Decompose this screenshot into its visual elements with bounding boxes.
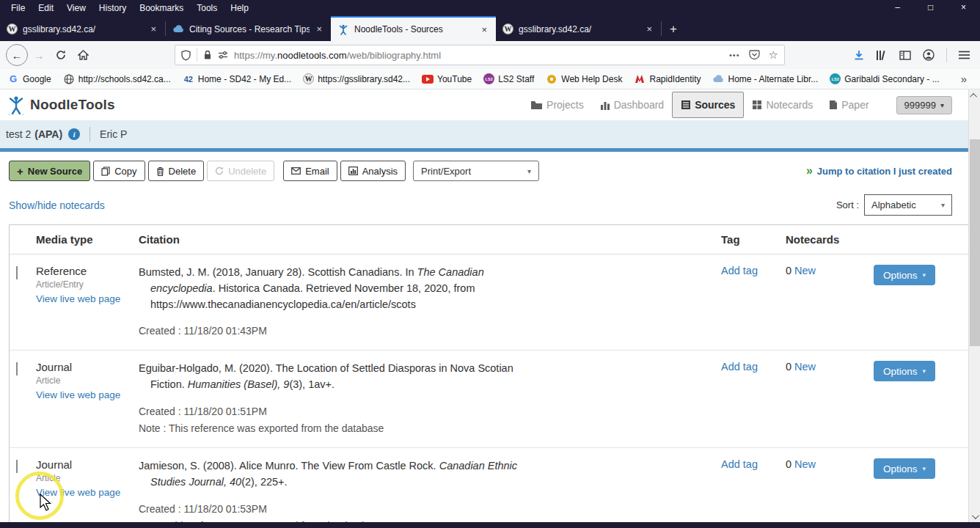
analysis-button[interactable]: Analysis — [340, 161, 406, 181]
chevron-down-icon: ▾ — [923, 271, 926, 279]
tab-close-icon[interactable]: × — [148, 23, 158, 34]
permissions-icon[interactable] — [218, 51, 228, 59]
account-menu-button[interactable]: 999999 ▾ — [896, 96, 952, 114]
print-export-dropdown[interactable]: Print/Export ▾ — [413, 161, 539, 181]
citation-text: Eguibar-Holgado, M. (2020). The Location… — [139, 361, 520, 393]
menu-edit[interactable]: Edit — [32, 1, 60, 15]
maximize-icon[interactable]: □ — [914, 0, 947, 16]
menu-view[interactable]: View — [60, 1, 92, 15]
page-scrollbar[interactable] — [968, 89, 980, 522]
project-bar-divider — [89, 127, 90, 142]
header-tag: Tag — [721, 233, 786, 246]
bookmark-ls2-staff[interactable]: LS2 LS2 Staff — [483, 73, 534, 84]
options-button[interactable]: Options ▾ — [874, 361, 935, 381]
bookmark-schools[interactable]: http://schools.sd42.ca... — [63, 73, 171, 85]
lock-icon[interactable] — [203, 50, 212, 60]
web-help-desk-icon — [546, 73, 557, 85]
sidebar-icon[interactable] — [899, 51, 911, 60]
info-icon[interactable]: i — [68, 128, 80, 140]
view-live-page-link[interactable]: View live web page — [36, 293, 139, 304]
add-tag-link[interactable]: Add tag — [721, 265, 758, 276]
minimize-icon[interactable]: – — [881, 0, 914, 16]
media-type: Reference — [36, 265, 139, 277]
bookmark-gsslibrary[interactable]: W https://gsslibrary.sd42... — [303, 73, 410, 84]
view-live-page-link[interactable]: View live web page — [36, 487, 139, 498]
jump-to-citation-link[interactable]: » Jump to citation I just created — [806, 165, 971, 177]
tracking-shield-icon[interactable] — [181, 50, 191, 61]
bookmark-google[interactable]: G Google — [7, 73, 51, 85]
new-notecard-link[interactable]: New — [794, 265, 816, 276]
home-button[interactable] — [72, 44, 94, 66]
bookmark-sd42-home[interactable]: 42 Home - SD42 - My Ed... — [183, 73, 291, 85]
menu-bookmarks[interactable]: Bookmarks — [133, 1, 190, 15]
forward-button[interactable]: → — [28, 44, 50, 66]
address-bar[interactable]: https://my.noodletools.com/web/bibliogra… — [175, 45, 785, 65]
delete-button[interactable]: Delete — [148, 161, 205, 181]
add-tag-link[interactable]: Add tag — [721, 361, 758, 373]
back-button[interactable]: ← — [6, 44, 28, 66]
bookmark-rapididentity[interactable]: RapidIdentity — [634, 73, 701, 85]
new-notecard-link[interactable]: New — [794, 458, 816, 470]
undelete-button[interactable]: Undelete — [207, 161, 274, 181]
view-live-page-link[interactable]: View live web page — [36, 389, 139, 400]
new-source-button[interactable]: + New Source — [9, 161, 90, 181]
options-button[interactable]: Options ▾ — [874, 265, 935, 285]
sort-value: Alphabetic — [871, 199, 916, 210]
tab-gsslibrary-2[interactable]: W gsslibrary.sd42.ca/ × — [496, 17, 661, 41]
email-button[interactable]: Email — [283, 161, 337, 181]
created-timestamp: Created : 11/18/20 01:53PM — [139, 501, 721, 518]
close-icon[interactable]: × — [947, 0, 980, 16]
hamburger-menu-icon[interactable] — [959, 51, 970, 59]
menu-help[interactable]: Help — [224, 1, 255, 15]
library-icon[interactable] — [876, 50, 888, 61]
bookmark-garibaldi[interactable]: LS2 Garibaldi Secondary - ... — [830, 73, 939, 84]
bookmark-youtube[interactable]: YouTube — [422, 73, 472, 85]
tab-strip: W gsslibrary.sd42.ca/ × Citing Sources -… — [0, 16, 980, 41]
reload-button[interactable] — [50, 44, 72, 66]
account-id: 999999 — [904, 100, 936, 111]
new-notecard-link[interactable]: New — [794, 361, 816, 373]
project-user: Eric P — [100, 128, 127, 140]
menu-history[interactable]: History — [92, 1, 133, 15]
scroll-down-icon[interactable] — [969, 510, 980, 522]
page-actions-icon[interactable]: ••• — [729, 51, 740, 59]
scrollbar-thumb[interactable] — [970, 139, 980, 346]
nav-notecards[interactable]: Notecards — [744, 92, 821, 117]
sort-dropdown[interactable]: Alphabetic ▾ — [864, 194, 952, 216]
nav-sources[interactable]: Sources — [672, 92, 744, 118]
bookmark-web-help-desk[interactable]: Web Help Desk — [546, 73, 622, 85]
noodletools-brand[interactable]: NoodleTools — [7, 95, 115, 115]
chevron-down-icon: ▾ — [527, 167, 531, 175]
nav-projects[interactable]: Projects — [522, 92, 592, 117]
download-icon[interactable] — [854, 50, 864, 61]
row-checkbox[interactable] — [16, 266, 18, 279]
tab-close-icon[interactable]: × — [479, 24, 489, 35]
wordpress-icon: W — [502, 23, 513, 34]
row-checkbox[interactable] — [16, 460, 18, 473]
scroll-up-icon[interactable] — [969, 89, 980, 101]
tab-noodletools-active[interactable]: NoodleTools - Sources × — [331, 16, 496, 41]
new-tab-button[interactable]: + — [662, 22, 685, 37]
show-hide-notecards-link[interactable]: Show/hide notecards — [9, 199, 105, 211]
nav-paper[interactable]: Paper — [821, 92, 877, 117]
bookmark-home-alternate[interactable]: Home - Alternate Libr... — [713, 73, 819, 85]
account-icon[interactable] — [923, 49, 935, 61]
tab-close-icon[interactable]: × — [314, 23, 324, 34]
tab-close-icon[interactable]: × — [644, 23, 654, 34]
bookmark-label: RapidIdentity — [649, 74, 701, 84]
menu-tools[interactable]: Tools — [190, 1, 224, 15]
tab-gsslibrary-1[interactable]: W gsslibrary.sd42.ca/ × — [0, 17, 165, 41]
menu-file[interactable]: File — [4, 1, 32, 15]
row-checkbox[interactable] — [16, 362, 18, 375]
pocket-icon[interactable] — [749, 50, 760, 60]
bookmark-star-icon[interactable]: ☆ — [769, 48, 778, 62]
copy-button[interactable]: Copy — [93, 161, 145, 181]
options-button[interactable]: Options ▾ — [874, 458, 935, 479]
nav-dashboard[interactable]: Dashboard — [592, 92, 673, 117]
bookmarks-overflow-icon[interactable]: » — [961, 73, 973, 85]
url-text[interactable]: https://my.noodletools.com/web/bibliogra… — [234, 50, 723, 61]
button-label: Options — [883, 270, 918, 281]
tab-citing-sources[interactable]: Citing Sources - Research Tips × — [166, 17, 331, 41]
add-tag-link[interactable]: Add tag — [721, 458, 758, 470]
tab-title: NoodleTools - Sources — [354, 24, 475, 34]
